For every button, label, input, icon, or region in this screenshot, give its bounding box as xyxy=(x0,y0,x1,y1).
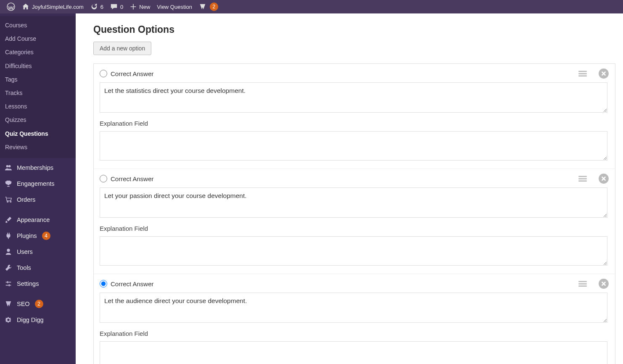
explanation-input[interactable] xyxy=(100,236,607,266)
answer-option: Correct AnswerExplanation Field xyxy=(94,64,615,169)
home-icon xyxy=(22,3,29,11)
sidebar-subitem[interactable]: Tracks xyxy=(0,86,76,100)
sidebar-subitem[interactable]: Quiz Questions xyxy=(0,127,76,140)
delete-option-icon[interactable] xyxy=(598,173,609,185)
update-badge: 4 xyxy=(42,232,50,240)
plus-icon xyxy=(130,3,137,10)
sidebar-item[interactable]: Appearance xyxy=(0,212,76,228)
sidebar-subitem[interactable]: Lessons xyxy=(0,100,76,113)
sidebar-item[interactable]: Digg Digg xyxy=(0,312,76,328)
brush-icon xyxy=(4,216,13,224)
explanation-input[interactable] xyxy=(100,131,607,161)
sidebar-item[interactable]: Engagements xyxy=(0,176,76,192)
delete-option-icon[interactable] xyxy=(598,278,609,290)
sidebar-item-label: Orders xyxy=(17,196,35,203)
options-panel: Correct AnswerExplanation FieldCorrect A… xyxy=(93,63,615,364)
wrench-icon xyxy=(4,264,13,272)
plug-icon xyxy=(4,232,13,240)
option-header: Correct Answer xyxy=(100,280,607,288)
option-header: Correct Answer xyxy=(100,175,607,182)
sidebar-subitem[interactable]: Difficulties xyxy=(0,59,76,73)
new-content-link[interactable]: New xyxy=(127,0,153,13)
admin-toolbar: JoyfulSimpleLife.com 6 0 New View Questi… xyxy=(0,0,623,13)
option-text-input[interactable] xyxy=(100,82,607,113)
sidebar-item-label: Memberships xyxy=(17,164,53,171)
comment-icon xyxy=(110,3,118,11)
updates-count: 6 xyxy=(100,4,103,10)
option-actions xyxy=(577,68,609,80)
new-label: New xyxy=(139,4,150,10)
yoast-badge: 2 xyxy=(210,3,218,11)
drag-handle-icon[interactable] xyxy=(577,68,588,80)
update-badge: 2 xyxy=(35,300,43,308)
option-actions xyxy=(577,278,609,290)
sidebar-item-label: Appearance xyxy=(17,216,50,223)
sidebar-item[interactable]: Users xyxy=(0,244,76,260)
yoast-icon xyxy=(199,3,206,11)
sidebar-item[interactable]: Orders xyxy=(0,192,76,208)
sidebar-item[interactable]: SEO2 xyxy=(0,296,76,312)
yoast-icon xyxy=(4,300,13,308)
view-question-link[interactable]: View Question xyxy=(153,0,195,13)
admin-sidebar: CoursesAdd CourseCategoriesDifficultiesT… xyxy=(0,13,76,364)
sidebar-item[interactable]: Settings xyxy=(0,276,76,292)
wordpress-logo[interactable] xyxy=(3,0,18,13)
sidebar-item-label: Settings xyxy=(17,280,39,287)
add-option-button[interactable]: Add a new option xyxy=(93,42,151,55)
sidebar-item-label: Tools xyxy=(17,264,31,271)
main-content: Question Options Add a new option Correc… xyxy=(76,13,623,364)
delete-option-icon[interactable] xyxy=(598,68,609,80)
sidebar-item[interactable]: Memberships xyxy=(0,160,76,176)
sidebar-item-label: Plugins xyxy=(17,232,37,239)
correct-answer-radio[interactable] xyxy=(100,280,107,288)
sidebar-item-label: Digg Digg xyxy=(17,317,44,323)
explanation-label: Explanation Field xyxy=(100,120,607,127)
option-actions xyxy=(577,173,609,185)
site-name-link[interactable]: JoyfulSimpleLife.com xyxy=(18,0,87,13)
sidebar-subitem[interactable]: Add Course xyxy=(0,32,76,45)
answer-option: Correct AnswerExplanation Field xyxy=(94,274,615,364)
sliders-icon xyxy=(4,280,13,288)
yoast-menu[interactable]: 2 xyxy=(195,0,222,13)
view-question-label: View Question xyxy=(157,4,192,10)
sidebar-item-label: Users xyxy=(17,248,33,255)
site-name-text: JoyfulSimpleLife.com xyxy=(32,4,84,10)
answer-option: Correct AnswerExplanation Field xyxy=(94,169,615,274)
user-icon xyxy=(4,248,13,256)
comments-count: 0 xyxy=(120,4,123,10)
correct-answer-label: Correct Answer xyxy=(111,70,154,77)
sidebar-subitem[interactable]: Categories xyxy=(0,45,76,59)
sidebar-menu: MembershipsEngagementsOrdersAppearancePl… xyxy=(0,160,76,328)
correct-answer-label: Correct Answer xyxy=(111,175,154,182)
sidebar-subitem[interactable]: Courses xyxy=(0,18,76,32)
gear-icon xyxy=(4,316,13,324)
updates-link[interactable]: 6 xyxy=(87,0,107,13)
option-text-input[interactable] xyxy=(100,187,607,218)
explanation-label: Explanation Field xyxy=(100,330,607,337)
wordpress-icon xyxy=(7,3,15,11)
option-text-input[interactable] xyxy=(100,293,607,323)
sidebar-subitem[interactable]: Tags xyxy=(0,73,76,86)
correct-answer-radio[interactable] xyxy=(100,175,107,182)
comments-link[interactable]: 0 xyxy=(107,0,127,13)
sidebar-item-label: SEO xyxy=(17,301,30,307)
page-heading: Question Options xyxy=(93,24,623,35)
drag-handle-icon[interactable] xyxy=(577,278,588,290)
sidebar-item-label: Engagements xyxy=(17,180,54,187)
sidebar-item[interactable]: Tools xyxy=(0,260,76,276)
explanation-input[interactable] xyxy=(100,341,607,364)
sidebar-subitem[interactable]: Quizzes xyxy=(0,113,76,127)
drag-handle-icon[interactable] xyxy=(577,173,588,185)
correct-answer-label: Correct Answer xyxy=(111,280,154,288)
sidebar-separator xyxy=(0,292,76,296)
refresh-icon xyxy=(90,3,98,11)
sidebar-submenu: CoursesAdd CourseCategoriesDifficultiesT… xyxy=(0,16,76,158)
correct-answer-radio[interactable] xyxy=(100,70,107,77)
users-icon xyxy=(4,164,13,172)
option-header: Correct Answer xyxy=(100,70,607,77)
sidebar-subitem[interactable]: Reviews xyxy=(0,140,76,154)
cart-icon xyxy=(4,195,13,204)
explanation-label: Explanation Field xyxy=(100,225,607,232)
sidebar-item[interactable]: Plugins4 xyxy=(0,228,76,244)
sidebar-separator xyxy=(0,208,76,212)
